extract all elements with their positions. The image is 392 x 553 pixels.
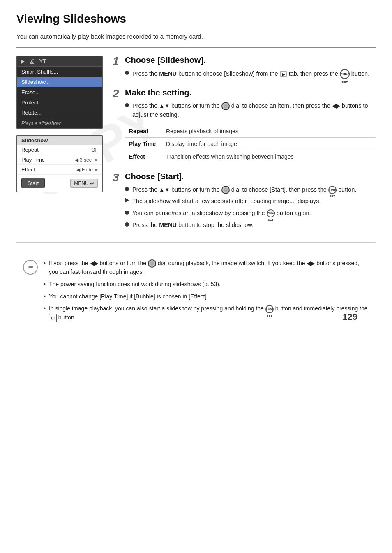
step-1-title: Choose [Slideshow].: [125, 56, 376, 65]
notes-section: ✏ • If you press the ◀▶ buttons or turn …: [16, 252, 376, 332]
settings-col1-playtime: Play Time: [125, 137, 162, 150]
step-3-bullet-2-text: The slideshow will start a few seconds a…: [132, 197, 376, 206]
slideshow-item: Slideshow...: [17, 77, 102, 87]
title-divider: [16, 47, 376, 48]
updown-arrows-icon-2: ▲▼: [159, 186, 170, 194]
note-text-1: If you press the ◀▶ buttons or turn the …: [49, 259, 369, 277]
step-3-bullet-1: Press the ▲▼ buttons or turn the dial to…: [125, 185, 376, 194]
bullet-dot-3b: [125, 211, 129, 215]
cam2-header: Slideshow: [17, 136, 102, 145]
step-2-title: Make the setting.: [125, 88, 376, 97]
cam2-playtime-arrow: ▶: [95, 157, 98, 162]
step-2-container: 2 Make the setting. Press the ▲▼ buttons…: [113, 88, 376, 163]
notes-divider: [16, 242, 376, 243]
cam2-footer: Start MENU ↩: [17, 175, 102, 192]
step-1-body: Press the MENU button to choose [Slidesh…: [125, 69, 376, 79]
menu-word-2: MENU: [159, 222, 177, 228]
note-item-2: • The power saving function does not wor…: [44, 280, 369, 289]
bullet-dot-2: [125, 103, 129, 107]
leftright-arrows-icon: ◀▶: [332, 102, 340, 110]
bullet-dot-1: [125, 71, 129, 75]
step-1-container: 1 Choose [Slideshow]. Press the MENU but…: [113, 56, 376, 79]
main-content: ▶ 🖨 YT Smart Shuffle... Slideshow... Era…: [16, 56, 376, 239]
settings-row-playtime: Play Time Display time for each image: [125, 137, 376, 150]
triangle-bullet-1: [125, 198, 129, 203]
note-item-4: • In single image playback, you can also…: [44, 304, 369, 322]
start-button[interactable]: Start: [21, 178, 45, 188]
funcset-btn-1: FUNCSET: [340, 69, 350, 79]
note-pencil-icon: ✏: [23, 260, 38, 275]
play-tab-icon: ▶: [21, 58, 25, 65]
left-panel: ▶ 🖨 YT Smart Shuffle... Slideshow... Era…: [16, 56, 103, 239]
cam2-effect-label: Effect: [21, 167, 76, 173]
step-3-bullet-3-text: You can pause/restart a slideshow by pre…: [132, 209, 376, 218]
lr-arrows-note-2: ◀▶: [307, 259, 315, 268]
cam2-effect-arrow: ▶: [95, 167, 98, 172]
settings-col2-repeat: Repeats playback of images: [162, 125, 376, 137]
camera-screen-2: Slideshow Repeat Off Play Time ◀ 3 sec. …: [16, 135, 103, 192]
settings-col2-playtime: Display time for each image: [162, 137, 376, 150]
funcset-btn-3: FUNCSET: [267, 209, 275, 217]
step-1-bullet-1: Press the MENU button to choose [Slidesh…: [125, 69, 376, 79]
step-3-bullet-2: The slideshow will start a few seconds a…: [125, 197, 376, 206]
settings-row-repeat: Repeat Repeats playback of images: [125, 125, 376, 137]
rotate-item: Rotate...: [17, 108, 102, 118]
page-title: Viewing Slideshows: [16, 12, 376, 25]
note-text-2: The power saving function does not work …: [49, 280, 221, 289]
dial-icon-2: [221, 186, 230, 194]
note-item-3: • You cannot change [Play Time] if [Bubb…: [44, 292, 369, 301]
note-text-4: In single image playback, you can also s…: [49, 304, 369, 322]
step-2-number: 2: [113, 88, 119, 99]
updown-arrows-icon: ▲▼: [159, 102, 170, 110]
settings-row-effect: Effect Transition effects when switching…: [125, 150, 376, 163]
settings-table: Repeat Repeats playback of images Play T…: [125, 125, 376, 163]
cam2-playtime-value: ◀ 3 sec.: [75, 157, 93, 163]
cam2-effect-row: Effect ◀ Fade ▶: [17, 165, 102, 175]
step-3-bullet-4-text: Press the MENU button to stop the slides…: [132, 221, 376, 230]
cam2-repeat-value: Off: [91, 147, 98, 153]
cam2-playtime-row: Play Time ◀ 3 sec. ▶: [17, 155, 102, 165]
print-tab-icon: 🖨: [29, 58, 35, 65]
camera-screen-header: ▶ 🖨 YT: [17, 56, 102, 67]
camera-screen-1: ▶ 🖨 YT Smart Shuffle... Slideshow... Era…: [16, 56, 103, 129]
play-tab-icon-inline: ▶: [280, 71, 287, 77]
note-item-1: • If you press the ◀▶ buttons or turn th…: [44, 259, 369, 277]
page-number: 129: [342, 312, 357, 322]
lr-arrows-note: ◀▶: [90, 259, 98, 268]
step-3-bullet-3: You can pause/restart a slideshow by pre…: [125, 209, 376, 218]
step-3-bullet-1-text: Press the ▲▼ buttons or turn the dial to…: [132, 185, 376, 194]
funcset-btn-2: FUNCSET: [328, 186, 337, 194]
step-3-number: 3: [113, 172, 119, 183]
settings-col1-repeat: Repeat: [125, 125, 162, 137]
menu-back-button: MENU ↩: [70, 179, 98, 188]
dial-icon-note: [148, 259, 156, 268]
cam2-repeat-label: Repeat: [21, 147, 91, 153]
note-bullet-1: •: [44, 259, 46, 277]
step-1-number: 1: [113, 56, 119, 67]
protect-item: Protect...: [17, 97, 102, 108]
dial-icon-1: [221, 102, 230, 110]
bullet-dot-3c: [125, 222, 129, 227]
right-panel: 1 Choose [Slideshow]. Press the MENU but…: [113, 56, 376, 239]
slideshow-icon-inline: ⊞: [49, 314, 57, 322]
camera-footer-1: Plays a slideshow: [17, 118, 102, 128]
step-3-body: Press the ▲▼ buttons or turn the dial to…: [125, 185, 376, 230]
settings-col2-effect: Transition effects when switching betwee…: [162, 150, 376, 163]
bullet-dot-3a: [125, 187, 129, 191]
smart-shuffle-item: Smart Shuffle...: [17, 67, 102, 77]
step-2-bullet-1: Press the ▲▼ buttons or turn the dial to…: [125, 102, 376, 120]
note-bullet-2: •: [44, 280, 46, 289]
step-3-container: 3 Choose [Start]. Press the ▲▼ buttons o…: [113, 172, 376, 230]
step-3-title: Choose [Start].: [125, 172, 376, 181]
menu-word-1: MENU: [159, 70, 177, 77]
erase-item: Erase...: [17, 87, 102, 97]
note-text-3: You cannot change [Play Time] if [Bubble…: [49, 292, 208, 301]
note-bullet-4: •: [44, 304, 46, 322]
step-1-bullet-1-text: Press the MENU button to choose [Slidesh…: [132, 69, 376, 79]
cam2-repeat-row: Repeat Off: [17, 145, 102, 155]
note-list: • If you press the ◀▶ buttons or turn th…: [44, 259, 369, 326]
step-2-bullet-1-text: Press the ▲▼ buttons or turn the dial to…: [132, 102, 376, 120]
note-bullet-3: •: [44, 292, 46, 301]
funcset-btn-note: FUNCSET: [265, 305, 274, 313]
cam2-effect-value: ◀ Fade: [76, 167, 93, 173]
